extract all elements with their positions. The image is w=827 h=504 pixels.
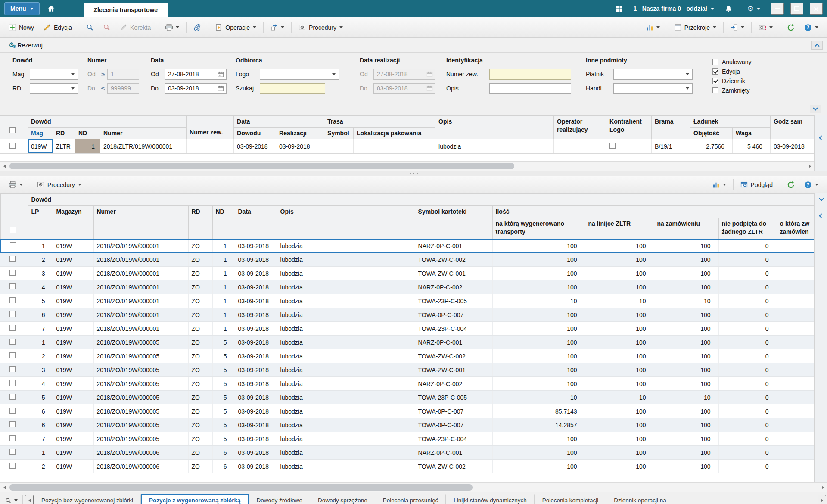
- cell[interactable]: 100: [492, 322, 585, 336]
- select-button[interactable]: [684, 84, 691, 93]
- cell[interactable]: TOWA-23P-C-004: [415, 322, 492, 336]
- positions-procedures-button[interactable]: Procedury: [33, 178, 86, 191]
- cell[interactable]: ZO: [188, 446, 212, 460]
- cell[interactable]: 0: [718, 349, 777, 363]
- cell[interactable]: 019W: [53, 239, 93, 253]
- help-button[interactable]: ?: [800, 21, 823, 34]
- row-checkbox[interactable]: [9, 408, 16, 414]
- cell[interactable]: 4: [28, 280, 53, 294]
- cell[interactable]: 6: [28, 308, 53, 322]
- cell[interactable]: 1: [212, 280, 235, 294]
- handl-select[interactable]: [613, 83, 693, 94]
- cell[interactable]: 6: [212, 460, 235, 473]
- operations-button[interactable]: Operacje: [211, 21, 261, 34]
- cell[interactable]: 019W: [53, 267, 93, 280]
- row-select-cell[interactable]: [0, 460, 28, 473]
- col-header-ilosc-niepodpieta[interactable]: nie podpięta do żadnego ZLTR: [718, 218, 777, 239]
- cell[interactable]: TOWA-0P-C-007: [415, 418, 492, 432]
- correction-button[interactable]: Korekta: [115, 21, 155, 34]
- cell[interactable]: 019W: [53, 377, 93, 391]
- chart-button[interactable]: [708, 178, 731, 191]
- col-header-brama[interactable]: Brama: [652, 116, 690, 139]
- cell[interactable]: 03-09-2018: [235, 404, 277, 418]
- cell[interactable]: 5: [212, 432, 235, 446]
- cell[interactable]: 100: [492, 377, 585, 391]
- cell[interactable]: 2: [28, 253, 53, 267]
- col-header-data[interactable]: Data: [235, 206, 277, 239]
- group-header-data[interactable]: Data: [234, 116, 324, 128]
- scrollbar-thumb[interactable]: [9, 484, 473, 491]
- row-select-cell[interactable]: [0, 446, 28, 460]
- group-header-ladunek[interactable]: Ładunek: [690, 116, 771, 128]
- row-checkbox[interactable]: [9, 297, 16, 303]
- export-button[interactable]: [726, 21, 749, 34]
- cell-lokalizacja[interactable]: [354, 139, 435, 154]
- cell[interactable]: 3: [28, 363, 53, 377]
- row-checkbox[interactable]: [9, 394, 16, 400]
- edit-button[interactable]: Edycja: [39, 21, 76, 34]
- col-header-operator[interactable]: Operator realizujący: [554, 116, 606, 139]
- cell[interactable]: TOWA-23P-C-004: [415, 432, 492, 446]
- cell[interactable]: TOWA-0P-C-007: [415, 404, 492, 418]
- cell[interactable]: 100: [654, 239, 718, 253]
- scroll-left-button[interactable]: [0, 483, 9, 492]
- cell[interactable]: 5: [212, 391, 235, 404]
- row-checkbox[interactable]: [9, 325, 16, 331]
- cell[interactable]: 019W: [53, 322, 93, 336]
- row-checkbox[interactable]: [10, 242, 16, 248]
- cell[interactable]: 1: [212, 308, 235, 322]
- tabs-scroll-right-button[interactable]: [818, 495, 826, 504]
- col-header-nd[interactable]: ND: [75, 128, 100, 139]
- cell[interactable]: 100: [585, 446, 654, 460]
- new-button[interactable]: Nowy: [4, 21, 38, 34]
- cell-nd[interactable]: 1: [75, 139, 100, 154]
- cell[interactable]: 0: [718, 460, 777, 473]
- cell[interactable]: 100: [492, 336, 585, 349]
- cell-kontrahent-logo[interactable]: [606, 139, 652, 154]
- close-button[interactable]: ×: [810, 3, 823, 15]
- filter-scroll-down-button[interactable]: [810, 105, 821, 113]
- cell[interactable]: [777, 446, 814, 460]
- cell[interactable]: 100: [492, 280, 585, 294]
- table-row[interactable]: 3019W2018/ZO/019W/000005ZO503-09-2018lub…: [0, 363, 814, 377]
- cell[interactable]: 100: [585, 308, 654, 322]
- scrollbar-thumb[interactable]: [9, 163, 514, 169]
- cell[interactable]: [777, 308, 814, 322]
- col-header-dowodu[interactable]: Dowodu: [234, 128, 276, 139]
- cell[interactable]: 2018/ZO/019W/000006: [93, 446, 188, 460]
- cell[interactable]: [777, 377, 814, 391]
- cell[interactable]: 03-09-2018: [235, 336, 277, 349]
- cell[interactable]: 5: [212, 349, 235, 363]
- cell[interactable]: ZO: [188, 363, 212, 377]
- col-header-mag[interactable]: Mag: [28, 128, 53, 139]
- cell[interactable]: ZO: [188, 418, 212, 432]
- cell[interactable]: 6: [28, 418, 53, 432]
- cell[interactable]: 2018/ZO/019W/000001: [93, 280, 188, 294]
- cell[interactable]: 100: [654, 418, 718, 432]
- chart-button[interactable]: [642, 21, 664, 34]
- cell[interactable]: lubodzia: [277, 239, 415, 253]
- cell[interactable]: [777, 432, 814, 446]
- select-button[interactable]: [69, 84, 76, 93]
- cell[interactable]: [777, 336, 814, 349]
- cell[interactable]: lubodzia: [277, 253, 415, 267]
- cell[interactable]: 100: [492, 239, 585, 253]
- platnik-select[interactable]: [613, 69, 693, 80]
- cell-numer[interactable]: 2018/ZLTR/019W/000001: [100, 139, 187, 154]
- row-checkbox[interactable]: [9, 380, 16, 386]
- cell[interactable]: 2018/ZO/019W/000001: [93, 267, 188, 280]
- cell[interactable]: lubodzia: [277, 377, 415, 391]
- cell[interactable]: lubodzia: [277, 336, 415, 349]
- rd-select[interactable]: [30, 83, 78, 94]
- cell[interactable]: ZO: [188, 308, 212, 322]
- cell[interactable]: 100: [492, 253, 585, 267]
- cell[interactable]: 10: [654, 391, 718, 404]
- table-row[interactable]: 1019W2018/ZO/019W/000005ZO503-09-2018lub…: [0, 336, 814, 349]
- row-checkbox[interactable]: [9, 339, 16, 345]
- cell[interactable]: 100: [585, 253, 654, 267]
- cell[interactable]: TOWA-23P-C-005: [415, 391, 492, 404]
- row-select-cell[interactable]: [0, 418, 28, 432]
- cell[interactable]: NARZ-0P-C-002: [415, 377, 492, 391]
- cell[interactable]: lubodzia: [277, 294, 415, 308]
- cell[interactable]: ZO: [188, 432, 212, 446]
